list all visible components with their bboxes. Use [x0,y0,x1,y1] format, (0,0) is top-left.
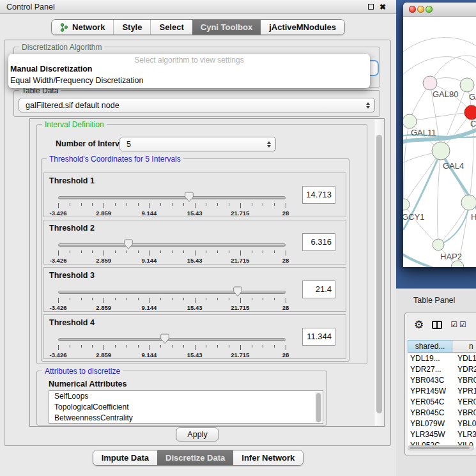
table-data-combo[interactable]: galFiltered.sif default node [19,98,375,112]
apply-button[interactable]: Apply [176,427,219,441]
table-row[interactable]: YBL079WYBL0 [408,418,476,429]
table-hscrollbar-thumb[interactable] [410,447,470,449]
float-window-icon[interactable] [368,4,374,10]
slider-tick-label: -3.426 [50,210,67,217]
threshold-slider[interactable]: -3.4262.8599.14415.4321.71528 [58,240,286,264]
slider-track[interactable] [58,338,286,341]
minimize-traffic-light-icon[interactable] [417,6,424,13]
network-node-c[interactable] [464,105,476,119]
network-edge [403,57,476,78]
close-traffic-light-icon[interactable] [409,6,416,13]
slider-thumb-handle[interactable] [233,286,243,297]
spinner-arrows-icon[interactable] [366,102,370,109]
table-row[interactable]: YDL19...YDL1 [408,353,476,364]
close-icon[interactable]: ✖ [380,3,386,11]
slider-tick-label: -3.426 [50,257,67,264]
table-cell-name[interactable]: YDL1 [452,353,476,364]
slider-tick-label: 9.144 [142,351,157,358]
slider-track[interactable] [58,243,286,247]
dropdown-option-manual[interactable]: Manual Discretization [8,64,370,75]
network-node-gal11[interactable] [403,114,417,128]
network-node-gal4[interactable] [432,142,450,160]
dropdown-option-equal-width[interactable]: Equal Width/Frequency Discretization [8,75,370,87]
network-node-hap2[interactable] [433,239,444,250]
dropdown-hint: Select algorithm to view settings [8,54,370,64]
tab-jactivemnodules[interactable]: jActiveMNodules [261,20,344,35]
slider-tick [274,203,275,206]
tab-select[interactable]: Select [150,20,192,35]
number-of-intervals-spinner[interactable]: 5 [119,137,276,151]
table-cell-shared-name[interactable]: YDR27... [408,364,452,375]
slider-tick [58,203,59,208]
table-cell-shared-name[interactable]: YBR045C [408,408,452,418]
threshold-slider[interactable]: -3.4262.8599.14415.4321.71528 [58,287,286,311]
table-cell-name[interactable]: YPR1 [452,386,476,397]
attribute-list-item[interactable]: TopologicalCoefficient [49,402,323,413]
table-cell-shared-name[interactable]: YPR145W [408,386,452,397]
slider-tick [92,203,93,206]
attributes-list-scrollbar-thumb[interactable] [316,393,321,422]
table-hscrollbar[interactable] [408,445,474,450]
slider-thumb-handle[interactable] [124,239,134,250]
network-node-gal80[interactable] [423,76,437,90]
table-cell-name[interactable]: YLR3 [452,429,476,440]
slider-track[interactable] [58,196,286,199]
network-node-ga[interactable] [460,78,474,92]
tab-discretize-data[interactable]: Discretize Data [157,450,233,465]
spinner-arrows-icon[interactable] [267,141,271,148]
slider-thumb-handle[interactable] [160,334,170,344]
table-cell-name[interactable]: YER0 [452,397,476,408]
table-cell-shared-name[interactable]: YBL079W [408,418,452,429]
network-canvas[interactable]: GAL80GACGAL11GAL4HGCY1HAP2 [403,17,476,267]
tab-infer-network[interactable]: Infer Network [233,450,303,465]
attributes-list-scrollbar[interactable] [315,392,322,422]
settings-scrollbar[interactable] [374,119,383,426]
table-row[interactable]: YBR043CYBR0 [408,375,476,386]
table-cell-shared-name[interactable]: YBR043C [408,375,452,386]
threshold-slider[interactable]: -3.4262.8599.14415.4321.71528 [58,334,286,358]
network-node-h[interactable] [461,195,476,210]
split-view-icon[interactable] [432,321,442,329]
table-cell-name[interactable]: YBL0 [452,418,476,429]
gear-icon[interactable]: ⚙ [414,319,424,330]
table-cell-name[interactable]: YBR0 [452,408,476,418]
tab-network[interactable]: Network [52,20,113,35]
table-row[interactable]: YDR27...YDR2 [408,364,476,375]
table-row[interactable]: YER054CYER0 [408,397,476,408]
table-cell-shared-name[interactable]: YDL19... [408,353,452,364]
table-row[interactable]: YPR145WYPR1 [408,386,476,397]
zoom-traffic-light-icon[interactable] [426,6,433,13]
threshold-value-field[interactable]: 21.4 [302,280,335,298]
threshold-value-field[interactable]: 6.316 [302,233,335,251]
tab-cyni-toolbox[interactable]: Cyni Toolbox [192,20,261,35]
table-row[interactable]: YBR045CYBR0 [408,408,476,418]
slider-tick [138,250,139,253]
slider-track[interactable] [58,291,286,294]
attributes-listbox[interactable]: SelfLoopsTopologicalCoefficientBetweenne… [49,390,323,424]
slider-thumb-handle[interactable] [185,192,194,203]
table-row[interactable]: YLR345WYLR3 [408,429,476,440]
table-cell-name[interactable]: YDR2 [452,364,476,375]
network-node-gcy1[interactable] [403,199,410,210]
column-header-shared-name[interactable]: shared... [408,340,452,353]
attribute-list-item[interactable]: SelfLoops [49,391,323,402]
network-node[interactable] [451,261,464,267]
table-cell-shared-name[interactable]: YER054C [408,397,452,408]
slider-tick [263,345,263,348]
attribute-list-item[interactable]: BetweennessCentrality [49,413,323,424]
settings-scrollbar-thumb[interactable] [376,135,382,413]
slider-tick [81,298,82,300]
threshold-slider[interactable]: -3.4262.8599.14415.4321.71528 [58,192,286,217]
tab-impute-data[interactable]: Impute Data [93,450,157,465]
checkbox-icon[interactable]: ☑ [459,321,466,328]
network-window[interactable]: GAL80GACGAL11GAL4HGCY1HAP2 [403,3,476,267]
slider-tick [274,298,275,300]
tab-label: Discretize Data [165,453,225,463]
threshold-value-field[interactable]: 11.344 [302,328,335,346]
threshold-value-field[interactable]: 14.713 [302,186,335,204]
table-cell-shared-name[interactable]: YLR345W [408,429,452,440]
checkbox-icon[interactable]: ☑ [450,321,457,328]
table-cell-name[interactable]: YBR0 [452,375,476,386]
tab-style[interactable]: Style [113,20,150,35]
column-header-name[interactable]: n [452,340,476,353]
